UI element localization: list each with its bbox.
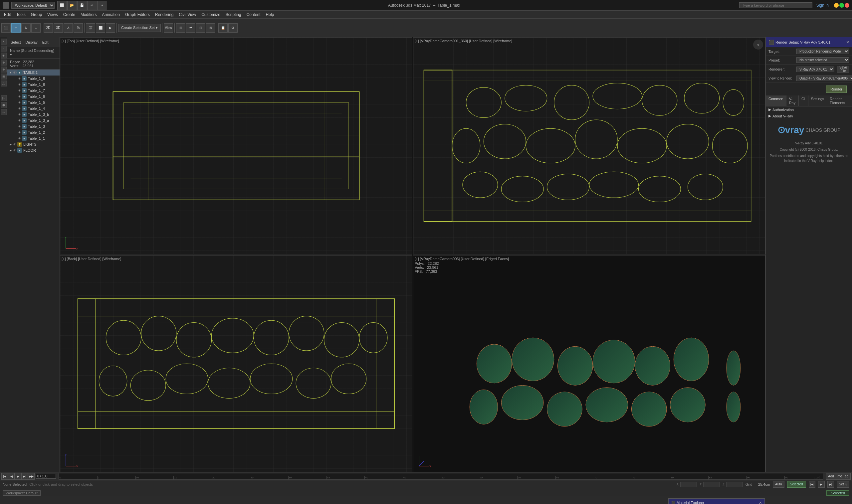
set-k-btn[interactable]: Set K	[837, 481, 849, 488]
sidebar-btn-1[interactable]: +	[1, 39, 7, 44]
menu-customize[interactable]: Customize	[199, 11, 223, 19]
sidebar-btn-9[interactable]: ⬢	[1, 102, 7, 108]
tree-item-5[interactable]: 👁 ■ Table_1_4	[7, 106, 59, 111]
render-authorization-section[interactable]: ▶ Authorization	[766, 106, 852, 113]
render-tab-vray[interactable]: V-Ray	[786, 95, 799, 106]
add-time-tag-btn[interactable]: Add Time Tag	[826, 473, 851, 480]
render-panel-close-btn[interactable]: ✕	[846, 40, 849, 44]
menu-group[interactable]: Group	[28, 11, 45, 19]
eye-icon[interactable]: 👁	[18, 137, 21, 140]
spacing-btn[interactable]: ⊠	[206, 23, 215, 33]
renderer-dropdown[interactable]: V-Ray Adv 3.40.01	[796, 67, 834, 72]
viewport-top-right[interactable]: [+] [VRayDomeCamera001_360] [User Define…	[413, 37, 765, 254]
array-btn[interactable]: ⊟	[196, 23, 205, 33]
mirror-btn[interactable]: ⇄	[186, 23, 195, 33]
sidebar-btn-8[interactable]: ▷	[1, 95, 7, 101]
render-frame-btn[interactable]: 🎬	[86, 23, 95, 33]
minimize-btn[interactable]	[834, 3, 839, 8]
expand-icon[interactable]: ▼	[8, 71, 13, 74]
select-btn[interactable]: ⬛	[1, 23, 11, 33]
scene-display-btn[interactable]: Display	[24, 40, 40, 45]
timeline-next-frame-btn[interactable]: ▶|	[21, 473, 28, 480]
layer-btn[interactable]: 📋	[218, 23, 228, 33]
sidebar-btn-4[interactable]: ⊕	[1, 59, 7, 66]
menu-help[interactable]: Help	[263, 11, 277, 19]
render-tab-settings[interactable]: Settings	[809, 95, 828, 106]
viewport-nav-top-right[interactable]: ⊕	[753, 40, 763, 50]
snap-3d-btn[interactable]: 3D	[54, 23, 63, 33]
undo-btn[interactable]: ↩	[87, 1, 96, 10]
coord-x-input[interactable]	[680, 482, 697, 487]
coord-z-input[interactable]	[726, 482, 743, 487]
angle-snap-btn[interactable]: ∠	[64, 23, 73, 33]
eye-icon[interactable]: 👁	[13, 149, 17, 152]
menu-modifiers[interactable]: Modifiers	[78, 11, 100, 19]
sidebar-btn-10[interactable]: ⊸	[1, 109, 7, 115]
eye-icon[interactable]: 👁	[18, 125, 21, 128]
move-btn[interactable]: ✛	[11, 23, 21, 33]
eye-icon[interactable]: 👁	[18, 89, 21, 92]
timeline-play-btn[interactable]: ▶	[15, 473, 21, 480]
percent-snap-btn[interactable]: %	[74, 23, 83, 33]
view-to-render-dropdown[interactable]: Quad 4 - VRayDomeCamera006	[796, 75, 852, 81]
frame-input[interactable]	[36, 474, 56, 479]
sidebar-btn-2[interactable]: -	[1, 46, 7, 52]
eye-icon[interactable]: 👁	[18, 83, 21, 87]
sidebar-btn-3[interactable]: ◈	[1, 53, 7, 58]
tree-item-6[interactable]: 👁 ■ Table_1_3_b	[7, 111, 59, 118]
tree-item-lights[interactable]: ▶ 👁 💡 LIGHTS	[7, 141, 59, 147]
scale-btn[interactable]: ⬦	[31, 23, 41, 33]
create-selection-set-btn[interactable]: Create Selection Set ▾	[118, 24, 161, 32]
menu-animation[interactable]: Animation	[100, 11, 123, 19]
status-play-prev-btn[interactable]: |◀	[809, 481, 815, 488]
viewport-bottom-left[interactable]: [+] [Back] [User Defined] [Wireframe]	[60, 255, 412, 472]
expand-icon[interactable]: ▶	[8, 148, 13, 152]
eye-icon[interactable]: 👁	[18, 131, 21, 134]
eye-icon[interactable]: 👁	[13, 71, 17, 74]
eye-icon[interactable]: 👁	[18, 101, 21, 105]
search-input[interactable]	[739, 2, 812, 8]
render-aboutvray-section[interactable]: ▶ About V-Ray	[766, 113, 852, 119]
render-tab-common[interactable]: Common	[766, 95, 786, 106]
menu-edit[interactable]: Edit	[1, 11, 14, 19]
timeline-next-key-btn[interactable]: ▶▶	[28, 473, 35, 480]
menu-scripting[interactable]: Scripting	[223, 11, 244, 19]
tree-item-1[interactable]: 👁 ■ Table_1_8	[7, 82, 59, 88]
maximize-btn[interactable]	[839, 3, 844, 8]
status-play-btn[interactable]: ▶	[818, 481, 825, 488]
tree-item-4[interactable]: 👁 ■ Table_1_5	[7, 100, 59, 106]
sidebar-btn-7[interactable]: △	[1, 80, 7, 87]
eye-icon[interactable]: 👁	[18, 107, 21, 110]
auto-key-btn[interactable]: Auto	[773, 481, 784, 488]
eye-icon[interactable]: 👁	[18, 119, 21, 122]
render-tab-elements[interactable]: Render Elements	[827, 95, 852, 106]
render-button[interactable]: Render	[826, 86, 847, 93]
tree-item-9[interactable]: 👁 ■ Table_1_2	[7, 129, 59, 136]
menu-graph-editors[interactable]: Graph Editors	[123, 11, 153, 19]
redo-btn[interactable]: ↪	[97, 1, 107, 10]
snap-2d-btn[interactable]: 2D	[43, 23, 53, 33]
align-btn[interactable]: ⊞	[176, 23, 185, 33]
close-btn[interactable]	[845, 3, 849, 8]
expand-icon[interactable]: ▶	[8, 142, 13, 146]
timeline-ruler[interactable]: 0 5 10 15 20 25 30 35 40 45 50 55 60 65 …	[58, 473, 823, 480]
eye-icon[interactable]: 👁	[13, 143, 17, 146]
scene-edit-btn[interactable]: Edit	[40, 40, 51, 45]
tree-item-10[interactable]: 👁 ■ Table_1_1	[7, 136, 59, 141]
render-tab-gi[interactable]: GI	[799, 95, 809, 106]
eye-icon[interactable]: 👁	[18, 77, 21, 80]
view-dropdown-btn[interactable]: View	[164, 23, 173, 33]
workspace-selector[interactable]: Workspace: Default	[11, 2, 55, 8]
sign-in-btn[interactable]: Sign In	[816, 3, 829, 8]
selected-btn[interactable]: Selected	[787, 481, 806, 488]
tree-item-7[interactable]: 👁 ■ Table_1_3_a	[7, 118, 59, 123]
menu-rendering[interactable]: Rendering	[153, 11, 176, 19]
rotate-btn[interactable]: ↻	[21, 23, 31, 33]
tree-item-3[interactable]: 👁 ■ Table_1_6	[7, 93, 59, 100]
menu-content[interactable]: Content	[244, 11, 263, 19]
menu-tools[interactable]: Tools	[14, 11, 28, 19]
status-play-next-btn[interactable]: ▶|	[828, 481, 834, 488]
scene-select-btn[interactable]: Select	[8, 40, 23, 45]
coord-y-input[interactable]	[703, 482, 720, 487]
object-props-btn[interactable]: ⚙	[228, 23, 237, 33]
